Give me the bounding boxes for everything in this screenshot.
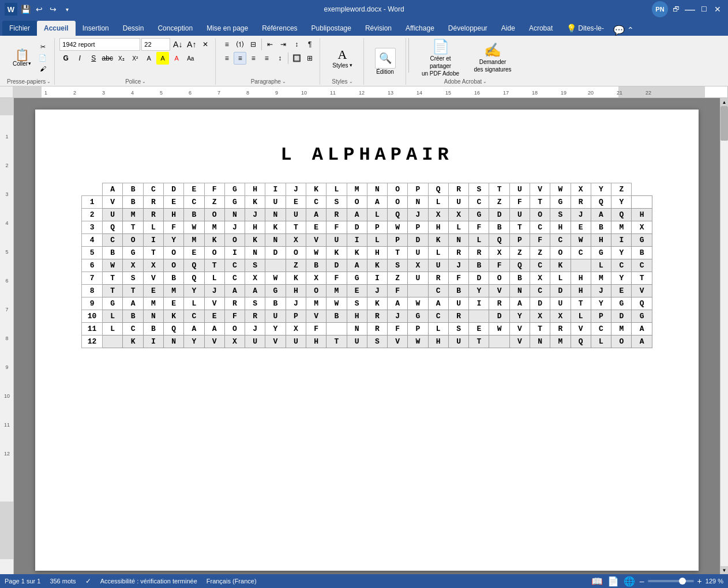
cell-r2-c3: H [163, 209, 183, 221]
line-spacing-button[interactable]: ↕ [273, 52, 286, 65]
web-layout-button[interactable]: 🌐 [624, 576, 635, 587]
cell-r5-c23: C [571, 247, 591, 259]
scroll-track[interactable] [721, 106, 728, 566]
cell-r10-c19: D [489, 310, 509, 323]
sort-button[interactable]: ↕ [290, 38, 303, 51]
tab-aide[interactable]: Aide [494, 21, 522, 36]
paragraphe-expand[interactable]: ⌄ [282, 79, 286, 84]
zoom-in-button[interactable]: + [697, 576, 702, 586]
tab-accueil[interactable]: Accueil [37, 21, 76, 36]
document-scroll[interactable]: L ALPHAPAIR A B C D E F G [14, 98, 720, 574]
edition-button[interactable]: 🔍 Édition [369, 44, 402, 79]
strikethrough-button[interactable]: abc [101, 52, 114, 65]
vertical-ruler: 1 2 3 4 5 6 7 8 9 10 11 12 [0, 98, 14, 574]
scroll-up-button[interactable]: ▲ [721, 98, 729, 106]
tab-conception[interactable]: Conception [151, 21, 200, 36]
cell-r5-c21: Z [530, 247, 550, 259]
maximize-button[interactable]: ☐ [698, 3, 710, 15]
close-button[interactable]: ✕ [712, 3, 723, 15]
align-right-button[interactable]: ≡ [247, 52, 260, 65]
scroll-down-button[interactable]: ▼ [721, 566, 729, 574]
shading-button[interactable]: 🔲 [290, 52, 303, 65]
scroll-thumb[interactable] [721, 106, 728, 141]
collapse-ribbon-button[interactable]: ⌃ [625, 24, 636, 36]
align-left-button[interactable]: ≡ [220, 52, 233, 65]
col-header-E: E [184, 183, 204, 196]
print-layout-button[interactable]: 📄 [607, 576, 619, 587]
cell-r12-c8: V [265, 336, 286, 348]
bullets-button[interactable]: ≡ [220, 38, 233, 51]
comments-button[interactable]: 💬 [613, 24, 625, 36]
increase-indent-button[interactable]: ⇥ [277, 38, 290, 51]
font-case-button[interactable]: Aa [184, 52, 197, 65]
tab-acrobat[interactable]: Acrobat [522, 21, 560, 36]
tab-developpeur[interactable]: Développeur [441, 21, 494, 36]
font-name-input[interactable] [59, 38, 140, 51]
cell-r5-c0: B [103, 247, 123, 259]
adobe-expand[interactable]: ⌄ [483, 79, 487, 84]
save-button[interactable]: 💾 [20, 3, 31, 15]
tab-affichage[interactable]: Affichage [399, 21, 441, 36]
tab-fichier[interactable]: Fichier [2, 21, 37, 36]
subscript-button[interactable]: X₂ [115, 52, 127, 65]
undo-button[interactable]: ↩ [33, 3, 45, 15]
copy-button[interactable]: 📄 [36, 53, 49, 63]
police-expand[interactable]: ⌄ [142, 79, 146, 84]
redo-button[interactable]: ↪ [47, 3, 59, 15]
request-sign-button[interactable]: ✍ Demander des signatures [469, 40, 517, 75]
cell-r10-c15: G [408, 310, 428, 323]
tab-dites-le[interactable]: 💡Dites-le- [560, 21, 611, 36]
tab-references[interactable]: Références [255, 21, 304, 36]
cell-r5-c10: W [306, 247, 326, 259]
tab-insertion[interactable]: Insertion [76, 21, 116, 36]
cell-r3-c24: B [591, 221, 611, 234]
cell-r10-c24: P [591, 310, 611, 323]
numbering-button[interactable]: ⑴ [234, 38, 246, 51]
font-size-input[interactable] [141, 38, 170, 51]
tab-dessin[interactable]: Dessin [116, 21, 151, 36]
svg-text:15: 15 [445, 90, 451, 96]
zoom-slider[interactable] [648, 580, 694, 582]
account-avatar[interactable]: PN [652, 1, 668, 17]
coller-button[interactable]: 📋 Coller ▾ [9, 47, 35, 69]
cell-r12-c26: A [632, 336, 652, 348]
create-pdf-button[interactable]: 📄 Créer et partager un PDF Adobe [415, 40, 467, 75]
read-mode-button[interactable]: 📖 [591, 576, 603, 587]
zoom-out-button[interactable]: – [640, 576, 644, 586]
format-painter-button[interactable]: 🖌 [36, 64, 49, 73]
tab-mise-en-page[interactable]: Mise en page [200, 21, 255, 36]
cell-r7-c22: L [550, 272, 571, 285]
vertical-scrollbar[interactable]: ▲ ▼ [720, 98, 728, 574]
highlight-button[interactable]: A [156, 52, 169, 65]
presse-papiers-expand[interactable]: ⌄ [47, 79, 51, 84]
justify-button[interactable]: ≡ [260, 52, 273, 65]
styles-expand[interactable]: ⌄ [349, 79, 353, 84]
multilevel-button[interactable]: ⊟ [247, 38, 260, 51]
superscript-button[interactable]: X² [129, 52, 141, 65]
customize-qa-button[interactable]: ▾ [61, 3, 73, 15]
increase-font-button[interactable]: A↑ [185, 38, 198, 51]
align-center-button[interactable]: ≡ [234, 52, 246, 65]
styles-button[interactable]: A Styles ▾ [325, 40, 359, 75]
borders-button[interactable]: ⊞ [303, 52, 316, 65]
decrease-font-button[interactable]: A↓ [171, 38, 184, 51]
underline-button[interactable]: S [87, 52, 100, 65]
cell-r6-c10: B [306, 259, 326, 272]
tab-publipostage[interactable]: Publipostage [305, 21, 358, 36]
tab-revision[interactable]: Révision [358, 21, 399, 36]
zoom-thumb[interactable] [679, 578, 686, 585]
clear-format-button[interactable]: ✕ [199, 38, 212, 51]
font-color-button[interactable]: A [142, 52, 155, 65]
decrease-indent-button[interactable]: ⇤ [264, 38, 276, 51]
cell-r7-c15: U [408, 272, 428, 285]
show-marks-button[interactable]: ¶ [303, 38, 316, 51]
cell-r6-c5: T [204, 259, 224, 272]
bold-button[interactable]: G [59, 52, 72, 65]
minimize-button[interactable]: — [684, 3, 696, 15]
cut-button[interactable]: ✂ [36, 42, 49, 52]
cell-r11-c7: J [245, 323, 265, 336]
italic-button[interactable]: I [73, 52, 86, 65]
restore-button[interactable]: 🗗 [670, 3, 682, 15]
cell-r6-c26: C [632, 259, 652, 272]
text-color-button[interactable]: A [170, 52, 183, 65]
